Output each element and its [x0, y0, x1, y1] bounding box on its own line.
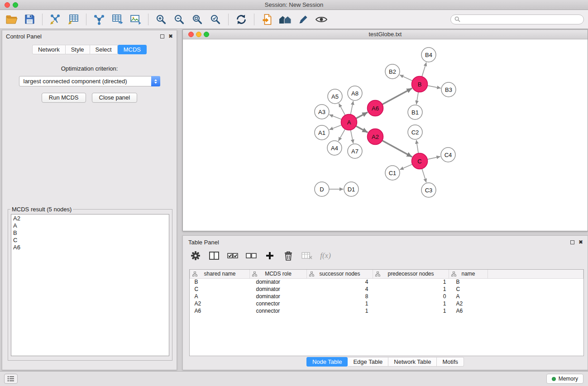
- graph-edge: [339, 103, 345, 115]
- graph-node-B1[interactable]: B1: [408, 105, 422, 119]
- close-window-button[interactable]: [5, 2, 10, 8]
- zoom-in-button[interactable]: [152, 12, 170, 27]
- mcds-result-list[interactable]: A2ABCA6: [11, 214, 169, 356]
- delete-column-button[interactable]: [283, 249, 294, 262]
- export-table-button[interactable]: [108, 12, 126, 27]
- titlebar[interactable]: Session: New Session: [0, 0, 588, 10]
- graph-node-B4[interactable]: B4: [421, 48, 436, 62]
- tab-mcds[interactable]: MCDS: [118, 45, 147, 54]
- column-header-shared-name[interactable]: shared name: [190, 270, 250, 278]
- network-traffic-lights: [188, 32, 209, 37]
- export-table-icon: [111, 14, 123, 25]
- graph-node-A5[interactable]: A5: [328, 89, 342, 104]
- table-row[interactable]: Cdominator41C: [190, 286, 583, 293]
- tab-motifs[interactable]: Motifs: [437, 357, 464, 367]
- graph-node-C2[interactable]: C2: [408, 125, 422, 139]
- graph-node-C4[interactable]: C4: [441, 148, 455, 162]
- mcds-result-item[interactable]: B: [13, 229, 167, 237]
- optimization-criterion-select[interactable]: largest connected component (directed): [19, 76, 160, 86]
- show-details-button[interactable]: [312, 12, 330, 27]
- graph-node-A4[interactable]: A4: [327, 141, 342, 155]
- save-session-button[interactable]: [20, 12, 38, 27]
- graph-node-A7[interactable]: A7: [348, 144, 362, 158]
- tab-select[interactable]: Select: [90, 45, 118, 54]
- graph-node-A[interactable]: A: [341, 114, 357, 130]
- main-toolbar: [0, 10, 588, 29]
- annotation-button[interactable]: [294, 12, 312, 27]
- close-table-panel-icon[interactable]: ✖: [578, 239, 583, 245]
- graph-node-A8[interactable]: A8: [348, 86, 362, 100]
- show-columns-button[interactable]: [209, 249, 220, 262]
- graph-node-D1[interactable]: D1: [344, 182, 359, 196]
- refresh-button[interactable]: [232, 12, 250, 27]
- zoom-window-button[interactable]: [13, 2, 18, 8]
- zoom-fit-button[interactable]: [188, 12, 206, 27]
- task-history-button[interactable]: [4, 374, 18, 384]
- import-network-button[interactable]: [46, 12, 64, 27]
- tab-network[interactable]: Network: [32, 45, 66, 54]
- search-input[interactable]: [463, 16, 580, 23]
- mcds-result-item[interactable]: A: [13, 222, 167, 229]
- float-table-panel-button[interactable]: [570, 239, 574, 246]
- close-panel-icon[interactable]: ✖: [168, 33, 173, 39]
- graph-node-A2[interactable]: A2: [368, 129, 383, 145]
- import-table-button[interactable]: [64, 12, 82, 27]
- network-graph[interactable]: AA6A2BCA5A8A3A1A4A7B2B4B3B1C2C4C1C3DD1: [183, 39, 587, 231]
- column-header-predecessor-nodes[interactable]: predecessor nodes: [373, 270, 449, 278]
- svg-text:A6: A6: [372, 105, 379, 112]
- network-canvas[interactable]: AA6A2BCA5A8A3A1A4A7B2B4B3B1C2C4C1C3DD1: [183, 39, 588, 231]
- graph-node-B3[interactable]: B3: [441, 82, 456, 97]
- graph-node-C3[interactable]: C3: [421, 183, 436, 197]
- add-column-button[interactable]: [264, 249, 275, 262]
- network-minimize-button[interactable]: [196, 32, 201, 37]
- column-header-mcds-role[interactable]: MCDS role: [250, 270, 307, 278]
- home-views-button[interactable]: [276, 12, 294, 27]
- column-header-successor-nodes[interactable]: successor nodes: [307, 270, 373, 278]
- tab-node-table[interactable]: Node Table: [306, 357, 348, 367]
- graph-node-C1[interactable]: C1: [385, 166, 400, 180]
- column-header-name[interactable]: name: [449, 270, 488, 278]
- select-all-button[interactable]: [227, 249, 238, 262]
- svg-text:A4: A4: [331, 145, 338, 152]
- tab-style[interactable]: Style: [66, 45, 90, 54]
- function-builder-button[interactable]: f(x): [320, 249, 331, 262]
- table-row[interactable]: A6connector11A6: [190, 307, 583, 315]
- network-zoom-button[interactable]: [204, 32, 209, 37]
- svg-text:D: D: [320, 186, 324, 193]
- table-row[interactable]: Adominator80A: [190, 293, 583, 300]
- open-session-button[interactable]: [2, 12, 20, 27]
- float-icon: [160, 34, 164, 38]
- graph-node-A3[interactable]: A3: [315, 105, 329, 119]
- close-panel-button[interactable]: Close panel: [92, 93, 138, 103]
- export-image-button[interactable]: [126, 12, 144, 27]
- network-close-button[interactable]: [188, 32, 194, 37]
- graph-edge: [382, 88, 412, 105]
- memory-button[interactable]: Memory: [546, 374, 583, 384]
- mcds-result-item[interactable]: A2: [13, 215, 167, 222]
- export-document-button[interactable]: [258, 12, 276, 27]
- zoom-out-button[interactable]: [170, 12, 188, 27]
- graph-node-C[interactable]: C: [412, 153, 428, 169]
- mcds-result-item[interactable]: C: [13, 237, 167, 244]
- graph-node-B[interactable]: B: [412, 76, 428, 92]
- run-mcds-button[interactable]: Run MCDS: [42, 93, 86, 103]
- new-network-button[interactable]: [90, 12, 108, 27]
- memory-label: Memory: [559, 376, 578, 382]
- zoom-selected-button[interactable]: [206, 12, 225, 27]
- float-panel-button[interactable]: [160, 33, 164, 40]
- table-row[interactable]: A2connector11A2: [190, 300, 583, 307]
- graph-node-D[interactable]: D: [315, 182, 329, 196]
- table-row[interactable]: Bdominator41B: [190, 278, 583, 286]
- column-header-filler: [488, 270, 583, 278]
- tab-edge-table[interactable]: Edge Table: [348, 357, 388, 367]
- graph-node-B2[interactable]: B2: [385, 64, 400, 79]
- delete-table-button[interactable]: [301, 249, 312, 262]
- mcds-result-item[interactable]: A6: [13, 244, 167, 251]
- table-settings-button[interactable]: [190, 249, 201, 262]
- graph-node-A1[interactable]: A1: [315, 125, 329, 140]
- deselect-all-button[interactable]: [246, 249, 257, 262]
- graph-node-A6[interactable]: A6: [368, 100, 383, 116]
- network-window-titlebar[interactable]: testGlobe.txt: [183, 30, 588, 39]
- tab-network-table[interactable]: Network Table: [388, 357, 437, 367]
- table-panel: Table Panel ✖: [182, 235, 588, 370]
